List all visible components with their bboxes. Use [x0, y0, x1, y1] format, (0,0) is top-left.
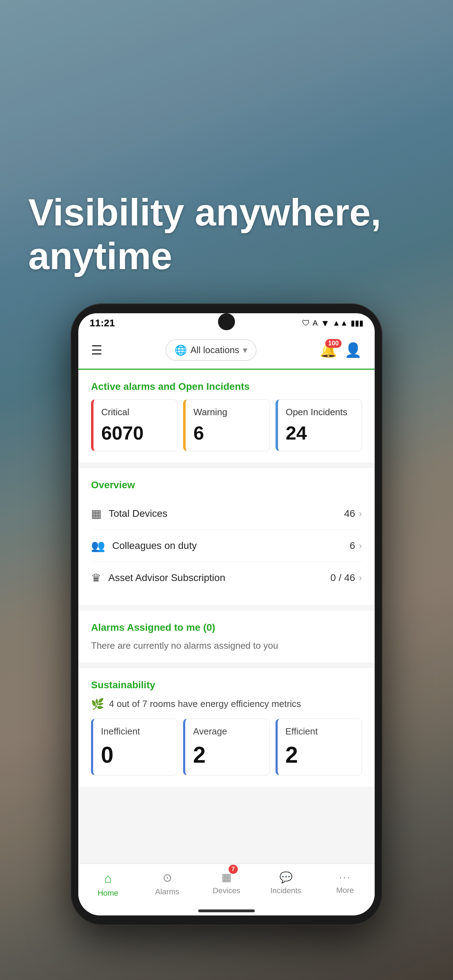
active-alarms-section: Active alarms and Open Incidents Critica… [78, 370, 375, 463]
alarms-label: Alarms [155, 887, 179, 896]
colleagues-label: Colleagues on duty [112, 540, 197, 551]
critical-label: Critical [101, 407, 169, 418]
home-label: Home [98, 889, 119, 898]
hero-heading: Visibility anywhere, [28, 191, 381, 234]
leaf-icon: 🌿 [91, 698, 104, 710]
devices-icon: ▦ [91, 507, 102, 520]
chevron-right-icon-3: › [359, 572, 362, 584]
location-selector[interactable]: 🌐 All locations ▾ [165, 339, 257, 361]
chevron-right-icon-2: › [359, 540, 362, 551]
asset-advisor-value: 0 / 46 [331, 572, 355, 584]
total-devices-value: 46 [344, 508, 355, 519]
colleagues-icon: 👥 [91, 539, 105, 552]
efficiency-cards: Inefficient 0 Average 2 Efficient 2 [91, 719, 362, 775]
crown-icon: ♛ [91, 571, 101, 585]
average-label: Average [193, 726, 261, 737]
critical-alarm-card[interactable]: Critical 6070 [91, 399, 178, 451]
incidents-card[interactable]: Open Incidents 24 [275, 399, 362, 451]
average-card[interactable]: Average 2 [183, 719, 270, 775]
status-icons: 🛡 A ▼ ▲▲ ▮▮▮ [302, 318, 363, 329]
efficient-label: Efficient [285, 726, 354, 737]
devices-nav-icon: ▦ 7 [222, 871, 231, 883]
phone-frame: 11:21 🛡 A ▼ ▲▲ ▮▮▮ ☰ 🌐 All locations ▾ [71, 303, 382, 925]
nav-more[interactable]: ··· More [315, 871, 375, 898]
total-devices-label: Total Devices [109, 508, 168, 519]
incidents-label: Incidents [270, 886, 301, 895]
asset-advisor-label: Asset Advisor Subscription [108, 572, 226, 584]
nav-home[interactable]: ⌂ Home [78, 871, 138, 898]
bell-wrapper[interactable]: 🔔 100 [319, 342, 337, 358]
chevron-down-icon: ▾ [243, 345, 247, 356]
globe-icon: 🌐 [175, 344, 187, 356]
inefficient-card[interactable]: Inefficient 0 [91, 719, 178, 775]
chevron-right-icon: › [359, 508, 362, 519]
menu-icon[interactable]: ☰ [91, 343, 102, 358]
hero-heading-2: anytime [28, 234, 381, 278]
header-actions: 🔔 100 👤 [319, 342, 362, 358]
overview-title: Overview [91, 479, 362, 491]
average-value: 2 [193, 742, 261, 768]
bottom-nav: ⌂ Home ⊙ Alarms ▦ 7 Devices 💬 Incidents [78, 864, 375, 909]
critical-value: 6070 [101, 422, 169, 444]
total-devices-row[interactable]: ▦ Total Devices 46 › [91, 498, 362, 530]
more-icon: ··· [339, 871, 351, 883]
status-time: 11:21 [90, 318, 115, 329]
nav-incidents[interactable]: 💬 Incidents [256, 871, 315, 898]
alarms-assigned-title: Alarms Assigned to me (0) [91, 622, 362, 633]
incidents-nav-icon: 💬 [280, 871, 292, 883]
active-alarms-title: Active alarms and Open Incidents [91, 381, 362, 392]
user-icon[interactable]: 👤 [344, 342, 362, 358]
devices-badge: 7 [229, 865, 238, 874]
warning-value: 6 [193, 422, 261, 444]
sustainability-subtitle-row: 🌿 4 out of 7 rooms have energy efficienc… [91, 698, 362, 710]
app-content: Active alarms and Open Incidents Critica… [78, 370, 375, 864]
phone-screen: ☰ 🌐 All locations ▾ 🔔 100 👤 Act [78, 332, 375, 915]
home-icon: ⌂ [104, 871, 112, 886]
more-label: More [336, 886, 354, 895]
alarms-nav-icon: ⊙ [163, 871, 172, 885]
efficient-value: 2 [285, 742, 354, 768]
location-label: All locations [191, 345, 240, 356]
inefficient-label: Inefficient [101, 726, 169, 737]
warning-alarm-card[interactable]: Warning 6 [183, 399, 270, 451]
home-indicator [198, 910, 255, 912]
phone-wrapper: 11:21 🛡 A ▼ ▲▲ ▮▮▮ ☰ 🌐 All locations ▾ [71, 303, 382, 925]
efficient-card[interactable]: Efficient 2 [275, 719, 362, 775]
phone-bottom-bar [78, 909, 375, 915]
colleagues-row[interactable]: 👥 Colleagues on duty 6 › [91, 530, 362, 562]
incidents-label: Open Incidents [286, 407, 354, 418]
asset-advisor-row[interactable]: ♛ Asset Advisor Subscription 0 / 46 › [91, 562, 362, 594]
sustainability-title: Sustainability [91, 679, 362, 691]
devices-label: Devices [213, 886, 240, 895]
hero-text-block: Visibility anywhere, anytime [28, 191, 381, 278]
colleagues-value: 6 [350, 540, 355, 551]
overview-section: Overview ▦ Total Devices 46 › [78, 468, 375, 605]
bell-badge: 100 [325, 339, 342, 348]
nav-devices[interactable]: ▦ 7 Devices [197, 871, 256, 898]
inefficient-value: 0 [101, 742, 169, 768]
alarms-assigned-empty: There are currently no alarms assigned t… [91, 640, 362, 651]
alarm-cards: Critical 6070 Warning 6 Open Incidents 2… [91, 399, 362, 451]
sustainability-section: Sustainability 🌿 4 out of 7 rooms have e… [78, 668, 375, 787]
app-header: ☰ 🌐 All locations ▾ 🔔 100 👤 [78, 332, 375, 370]
camera-notch [218, 313, 235, 330]
warning-label: Warning [193, 407, 261, 418]
nav-alarms[interactable]: ⊙ Alarms [138, 871, 197, 898]
sustainability-desc: 4 out of 7 rooms have energy efficiency … [109, 698, 301, 710]
alarms-assigned-section: Alarms Assigned to me (0) There are curr… [78, 611, 375, 662]
incidents-value: 24 [286, 422, 354, 444]
